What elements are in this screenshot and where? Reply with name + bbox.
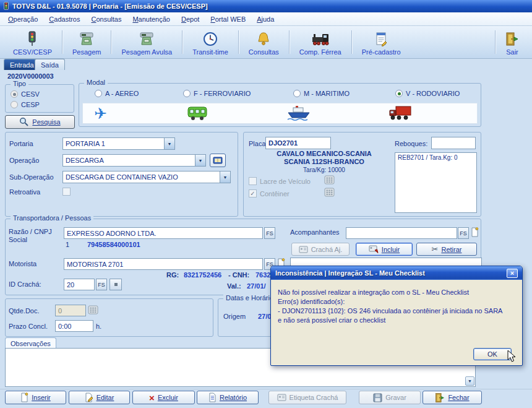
toolbar-label: Pesagem Avulsa [121, 48, 172, 56]
portaria-select[interactable]: PORTARIA 1 ▼ [62, 137, 175, 150]
delete-x-icon: × [149, 393, 155, 402]
lacre-checkbox[interactable] [249, 177, 257, 185]
placa-label: Placa [249, 140, 266, 147]
conteiner-checkbox[interactable]: ✓ [249, 189, 257, 197]
operacao-catalog-button[interactable] [210, 154, 226, 167]
menu-item-portal-web[interactable]: Portal WEB [205, 14, 251, 25]
toolbar: CESV/CESP Pesagem Pesagem Avulsa Transit… [0, 26, 532, 59]
radio-circle [11, 90, 18, 98]
razao-input[interactable]: EXPRESSO ADORNO LTDA. [64, 227, 263, 239]
chevron-down-icon[interactable]: ▼ [195, 155, 205, 166]
inserir-button[interactable]: Inserir [5, 391, 66, 404]
cracha-aj-button[interactable]: Crachá Aj. [291, 243, 350, 256]
mouse-cursor [507, 350, 517, 363]
cracha-aj-label: Crachá Aj. [311, 246, 343, 253]
pesquisa-button[interactable]: Pesquisa [5, 115, 75, 129]
fechar-button[interactable]: Fechar [423, 391, 482, 404]
operacao-select[interactable]: DESCARGA ▼ [62, 154, 206, 167]
exit-door-icon [505, 30, 519, 48]
sub-operacao-select[interactable]: DESCARGA DE CONTAINER VAZIO ▼ [62, 171, 231, 183]
origem-value: 27/0 [258, 313, 271, 320]
qtde-doc-input[interactable]: 0 [55, 305, 86, 316]
reboques-listbox[interactable]: REB2701 / Tara.Kg: 0 [395, 152, 477, 213]
new-document-icon [20, 393, 28, 402]
vehicle-description-line1: CAVALO MECANICO-SCANIA [256, 150, 392, 157]
id-cracha-input[interactable]: 20 [64, 279, 95, 290]
airplane-icon: ✈ [94, 105, 107, 122]
razao-fs-button[interactable]: FS [264, 227, 275, 239]
toolbar-label: Consultas [249, 48, 279, 56]
id-cracha-fs-button[interactable]: FS [96, 279, 107, 290]
lacre-keypad-button[interactable] [324, 175, 335, 184]
toolbar-transit-time[interactable]: Transit-time [184, 26, 236, 58]
prazo-concl-input[interactable]: 0:00 [55, 320, 93, 332]
motorista-input[interactable]: MOTORISTA 2701 [64, 258, 263, 270]
reboques-input[interactable] [431, 137, 476, 149]
radio-aereo[interactable]: A - AEREO [95, 90, 139, 97]
dialog-title: Inconsistência | Integração SL - Meu Che… [275, 269, 425, 277]
app-window: TOTVS D&L - 01.9.5078 | Portaria - [Emis… [0, 0, 532, 408]
scroll-down-button[interactable]: ▼ [465, 376, 474, 386]
acompanhantes-fs-button[interactable]: FS [458, 227, 469, 239]
gravar-button[interactable]: Gravar [359, 391, 421, 404]
toolbar-comp-ferrea[interactable]: Comp. Férrea [291, 26, 350, 58]
acompanhantes-new-doc-button[interactable] [471, 227, 479, 237]
editar-button[interactable]: Editar [69, 391, 130, 404]
radio-label: M - MARITIMO [304, 90, 350, 97]
id-cracha-aux-button[interactable] [109, 279, 122, 290]
reboque-list-item[interactable]: REB2701 / Tara.Kg: 0 [398, 154, 474, 161]
relatorio-button[interactable]: Relatório [197, 391, 259, 404]
operacao-groupbox: Portaria PORTARIA 1 ▼ Operação DESCARGA … [5, 132, 238, 217]
menu-item-manutencao[interactable]: Manutenção [127, 14, 176, 25]
dialog-title-bar: Inconsistência | Integração SL - Meu Che… [271, 266, 522, 280]
radio-ferroviario[interactable]: F - FERROVIARIO [183, 90, 251, 97]
chevron-down-icon[interactable]: ▼ [220, 171, 230, 183]
documentos-groupbox: Qtde.Doc. 0 Prazo Concl. 0:00 h. [5, 298, 213, 337]
radio-rodoviario[interactable]: V - RODOVIARIO [395, 90, 460, 97]
toolbar-separator [238, 30, 239, 54]
rg-label: RG: [166, 271, 179, 279]
toolbar-cesv-cesp[interactable]: CESV/CESP [5, 26, 60, 58]
radio-maritimo[interactable]: M - MARITIMO [293, 90, 350, 97]
datas-caption: Datas e Horário [223, 294, 276, 302]
sub-operacao-value: DESCARGA DE CONTAINER VAZIO [63, 171, 220, 183]
toolbar-pesagem[interactable]: Pesagem [64, 26, 109, 58]
menu-item-operacao[interactable]: Operação [2, 14, 43, 25]
bell-icon [257, 30, 270, 48]
reboques-label: Reboques: [395, 140, 427, 147]
operacao-label: Operação [9, 157, 39, 164]
app-icon [3, 2, 9, 11]
acompanhantes-input[interactable] [346, 227, 457, 239]
retroativa-checkbox[interactable] [62, 188, 71, 196]
qtde-keypad-button[interactable] [88, 305, 98, 315]
razao-seq: 1 [66, 241, 69, 248]
toolbar-sair[interactable]: Sair [497, 26, 527, 58]
chevron-down-icon[interactable]: ▼ [164, 138, 174, 149]
toolbar-consultas[interactable]: Consultas [241, 26, 287, 58]
dialog-close-button[interactable]: × [507, 269, 518, 278]
radio-circle [11, 101, 18, 108]
keypad-icon [324, 175, 335, 184]
menu-item-depot[interactable]: Depot [176, 14, 205, 25]
radio-label: CESP [21, 101, 40, 108]
incluir-button[interactable]: Incluir [356, 243, 413, 256]
placa-input[interactable]: DJO2701 [265, 137, 331, 149]
menu-item-ajuda[interactable]: Ajuda [251, 14, 280, 25]
tab-saida[interactable]: Saída [35, 59, 65, 70]
toolbar-separator [495, 30, 496, 54]
toolbar-pesagem-avulsa[interactable]: Pesagem Avulsa [113, 26, 180, 58]
conteiner-keypad-button[interactable] [324, 188, 335, 197]
dialog-ok-button[interactable]: OK [473, 348, 512, 360]
radio-cesp[interactable]: CESP [11, 101, 40, 108]
etiqueta-cracha-button[interactable]: Etiqueta Crachá [268, 391, 346, 404]
observacoes-tab[interactable]: Observações [5, 337, 56, 349]
excluir-button[interactable]: × Excluir [132, 391, 195, 404]
menu-item-consultas[interactable]: Consultas [85, 14, 127, 25]
retirar-button[interactable]: ✂ Retirar [416, 243, 477, 256]
toolbar-pre-cadastro[interactable]: Pré-cadastro [354, 26, 409, 58]
radio-cesv[interactable]: CESV [11, 90, 40, 98]
toolbar-separator [289, 30, 290, 54]
radio-circle [395, 90, 403, 97]
menu-item-cadastros[interactable]: Cadastros [43, 14, 85, 25]
ship-icon [287, 105, 311, 121]
